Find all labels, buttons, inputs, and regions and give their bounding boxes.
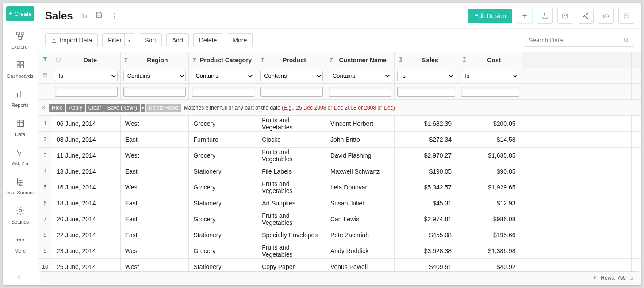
filter-input-2[interactable] bbox=[192, 87, 254, 97]
add-button[interactable]: Add bbox=[166, 33, 189, 47]
svg-rect-14 bbox=[563, 14, 568, 18]
more-options-icon[interactable]: ⋮ bbox=[109, 11, 119, 21]
more-button[interactable]: More bbox=[227, 33, 253, 47]
askzia-icon bbox=[15, 148, 25, 158]
create-label: Create bbox=[15, 11, 32, 17]
column-header-cost[interactable]: Cost bbox=[458, 52, 522, 68]
svg-rect-22 bbox=[43, 74, 47, 77]
svg-rect-5 bbox=[17, 65, 19, 68]
svg-rect-13 bbox=[98, 15, 100, 18]
column-header-product[interactable]: TProduct bbox=[257, 52, 326, 68]
column-header-customer-name[interactable]: TCustomer Name bbox=[326, 52, 394, 68]
filter-op-3[interactable]: Contains bbox=[260, 71, 323, 81]
sidebar-item-data[interactable]: Data bbox=[3, 112, 38, 141]
page-title: Sales bbox=[45, 10, 73, 22]
search-input[interactable] bbox=[524, 34, 634, 47]
svg-rect-6 bbox=[20, 65, 23, 68]
search-icon bbox=[623, 37, 629, 43]
sidebar-item-label: More bbox=[15, 248, 26, 254]
svg-point-8 bbox=[17, 178, 23, 181]
sidebar-item-settings[interactable]: Settings bbox=[3, 200, 38, 229]
svg-point-9 bbox=[19, 209, 22, 212]
filter-op-5[interactable]: Is bbox=[397, 71, 455, 81]
sidebar-item-more[interactable]: More bbox=[3, 229, 38, 258]
filter-input-1[interactable] bbox=[123, 87, 186, 97]
filter-input-3[interactable] bbox=[260, 87, 323, 97]
table-row[interactable]: 3 11 June, 2014 West Grocery Fruits and … bbox=[38, 148, 641, 163]
close-filter-icon[interactable]: ✕ bbox=[41, 105, 46, 111]
sidebar: + Create ExplorerDashboardsReportsDataAs… bbox=[3, 3, 38, 285]
mail-icon[interactable] bbox=[557, 8, 573, 24]
data-table: DateTRegionTProduct CategoryTProductTCus… bbox=[38, 52, 641, 271]
scroll-bottom-icon[interactable] bbox=[629, 275, 634, 280]
save-icon[interactable] bbox=[94, 11, 104, 21]
export-icon[interactable] bbox=[537, 8, 553, 24]
explorer-icon bbox=[15, 31, 25, 42]
filter-input-0[interactable] bbox=[55, 87, 118, 97]
sort-button[interactable]: Sort bbox=[139, 33, 162, 47]
scroll-top-icon[interactable] bbox=[592, 275, 597, 280]
table-row[interactable]: 1 06 June, 2014 West Grocery Fruits and … bbox=[38, 116, 641, 132]
comment-icon[interactable] bbox=[618, 8, 634, 24]
sidebar-item-dashboards[interactable]: Dashboards bbox=[3, 54, 38, 83]
apply-filter-button[interactable]: Apply bbox=[66, 104, 85, 112]
reports-icon bbox=[15, 89, 25, 100]
sidebar-item-reports[interactable]: Reports bbox=[3, 83, 38, 112]
filter-op-1[interactable]: Contains bbox=[123, 71, 186, 81]
filter-op-4[interactable]: Contains bbox=[329, 71, 391, 81]
column-header-sales[interactable]: Sales bbox=[394, 52, 458, 68]
table-row[interactable]: 9 23 June, 2014 West Grocery Fruits and … bbox=[38, 243, 641, 259]
header-bar: Sales ↻ ⋮ Edit Design + bbox=[38, 3, 641, 29]
caret-down-icon[interactable]: ▾ bbox=[124, 34, 134, 46]
sidebar-item-askzia[interactable]: Ask Zia bbox=[3, 141, 38, 171]
filter-op-6[interactable]: Is bbox=[461, 71, 519, 81]
new-item-button[interactable]: + bbox=[517, 8, 533, 24]
svg-point-17 bbox=[586, 17, 588, 18]
filter-input-6[interactable] bbox=[461, 87, 519, 97]
table-row[interactable]: 7 20 June, 2014 East Grocery Fruits and … bbox=[38, 211, 641, 227]
save-filter-caret[interactable]: ▾ bbox=[141, 104, 145, 112]
svg-point-10 bbox=[17, 239, 18, 241]
svg-point-16 bbox=[586, 13, 588, 15]
datasources-icon bbox=[15, 177, 25, 187]
sidebar-item-explorer[interactable]: Explorer bbox=[3, 25, 38, 54]
svg-rect-0 bbox=[16, 32, 19, 35]
save-filter-button[interactable]: Save (New*) bbox=[104, 104, 139, 112]
delete-rows-button[interactable]: Delete Rows bbox=[146, 104, 181, 112]
clear-filter-button[interactable]: Clear bbox=[86, 104, 104, 112]
toolbar: Import Data Filter ▾ Sort Add Delete Mor… bbox=[38, 29, 641, 52]
table-row[interactable]: 6 18 June, 2014 East Stationery Art Supp… bbox=[38, 195, 641, 211]
sidebar-item-datasources[interactable]: Data Sources bbox=[3, 171, 38, 200]
svg-point-15 bbox=[583, 15, 584, 16]
cloud-icon[interactable] bbox=[598, 8, 614, 24]
dashboards-icon bbox=[15, 60, 25, 71]
filter-funnel-icon[interactable] bbox=[38, 52, 52, 68]
filter-op-0[interactable]: Is bbox=[55, 71, 118, 81]
column-header-date[interactable]: Date bbox=[52, 52, 120, 68]
edit-design-button[interactable]: Edit Design bbox=[468, 9, 512, 23]
svg-rect-1 bbox=[21, 32, 23, 35]
table-row[interactable]: 10 25 June, 2014 West Stationery Copy Pa… bbox=[38, 259, 641, 272]
delete-button[interactable]: Delete bbox=[193, 33, 222, 47]
filter-input-5[interactable] bbox=[397, 87, 455, 97]
filter-button[interactable]: Filter ▾ bbox=[102, 33, 134, 47]
svg-rect-3 bbox=[17, 62, 19, 64]
table-row[interactable]: 2 08 June, 2014 East Furniture Clocks Jo… bbox=[38, 132, 641, 148]
settings-icon bbox=[15, 206, 25, 216]
table-row[interactable]: 4 13 June, 2014 East Stationery File Lab… bbox=[38, 163, 641, 179]
column-header-product-category[interactable]: TProduct Category bbox=[189, 52, 257, 68]
collapse-sidebar-icon[interactable]: ⇤ bbox=[3, 268, 38, 285]
hide-filter-button[interactable]: Hide bbox=[49, 104, 65, 112]
filter-input-4[interactable] bbox=[329, 87, 391, 97]
sidebar-item-label: Data Sources bbox=[5, 190, 35, 195]
refresh-icon[interactable]: ↻ bbox=[80, 11, 89, 21]
import-data-button[interactable]: Import Data bbox=[45, 33, 98, 47]
share-icon[interactable] bbox=[578, 8, 594, 24]
table-row[interactable]: 5 16 June, 2014 West Grocery Fruits and … bbox=[38, 179, 641, 195]
create-button[interactable]: + Create bbox=[6, 6, 34, 21]
table-row[interactable]: 8 22 June, 2014 East Stationery Specialt… bbox=[38, 227, 641, 243]
filter-op-2[interactable]: Contains bbox=[192, 71, 254, 81]
column-header-region[interactable]: TRegion bbox=[120, 52, 189, 68]
svg-rect-21 bbox=[463, 57, 466, 61]
row-count: Rows: 755 bbox=[601, 275, 626, 281]
